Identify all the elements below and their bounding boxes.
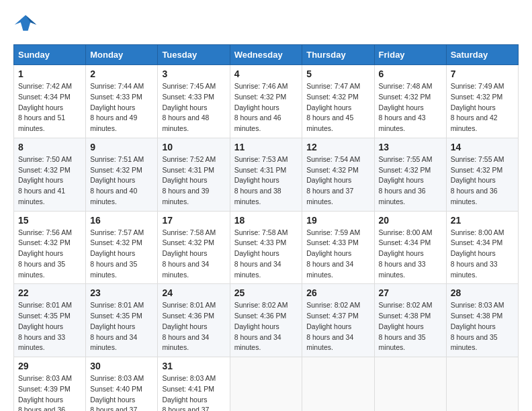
day-number: 26 [306, 287, 369, 298]
weekday-header-saturday: Saturday [446, 45, 518, 65]
day-info: Sunrise: 8:03 AM Sunset: 4:41 PM Dayligh… [162, 373, 225, 411]
day-info: Sunrise: 7:58 AM Sunset: 4:32 PM Dayligh… [162, 228, 225, 281]
day-number: 27 [379, 287, 442, 298]
day-number: 16 [90, 215, 153, 226]
day-info: Sunrise: 7:45 AM Sunset: 4:33 PM Dayligh… [162, 81, 225, 134]
day-info: Sunrise: 7:51 AM Sunset: 4:32 PM Dayligh… [90, 154, 153, 208]
day-number: 8 [18, 142, 81, 152]
day-number: 24 [162, 287, 225, 298]
calendar-cell [374, 357, 446, 412]
day-info: Sunrise: 7:48 AM Sunset: 4:32 PM Dayligh… [379, 81, 442, 134]
logo-icon [13, 13, 38, 34]
day-number: 5 [306, 68, 369, 79]
calendar-cell: 20 Sunrise: 8:00 AM Sunset: 4:34 PM Dayl… [374, 211, 446, 284]
day-number: 17 [162, 215, 225, 226]
calendar-cell [302, 357, 374, 412]
day-number: 1 [18, 68, 81, 79]
day-number: 22 [18, 287, 81, 298]
calendar-cell: 21 Sunrise: 8:00 AM Sunset: 4:34 PM Dayl… [446, 211, 518, 284]
calendar-cell: 23 Sunrise: 8:01 AM Sunset: 4:35 PM Dayl… [86, 284, 158, 357]
logo [13, 13, 42, 34]
day-info: Sunrise: 8:03 AM Sunset: 4:39 PM Dayligh… [18, 373, 81, 411]
calendar-cell [230, 357, 302, 412]
calendar-cell: 30 Sunrise: 8:03 AM Sunset: 4:40 PM Dayl… [86, 357, 158, 412]
calendar-cell: 28 Sunrise: 8:03 AM Sunset: 4:38 PM Dayl… [446, 284, 518, 357]
calendar-cell: 25 Sunrise: 8:02 AM Sunset: 4:36 PM Dayl… [230, 284, 302, 357]
day-number: 19 [306, 215, 369, 226]
day-info: Sunrise: 8:00 AM Sunset: 4:34 PM Dayligh… [379, 228, 442, 281]
day-number: 6 [379, 68, 442, 79]
day-number: 9 [90, 142, 153, 152]
calendar-cell: 18 Sunrise: 7:58 AM Sunset: 4:33 PM Dayl… [230, 211, 302, 284]
calendar-cell: 9 Sunrise: 7:51 AM Sunset: 4:32 PM Dayli… [86, 138, 158, 211]
day-info: Sunrise: 7:59 AM Sunset: 4:33 PM Dayligh… [306, 228, 369, 281]
calendar-cell: 6 Sunrise: 7:48 AM Sunset: 4:32 PM Dayli… [374, 65, 446, 138]
weekday-header-tuesday: Tuesday [158, 45, 230, 65]
day-number: 31 [162, 361, 225, 371]
calendar-cell: 13 Sunrise: 7:55 AM Sunset: 4:32 PM Dayl… [374, 138, 446, 211]
day-info: Sunrise: 7:44 AM Sunset: 4:33 PM Dayligh… [90, 81, 153, 134]
day-info: Sunrise: 7:55 AM Sunset: 4:32 PM Dayligh… [379, 154, 442, 208]
day-number: 13 [379, 142, 442, 152]
day-number: 21 [451, 215, 514, 226]
day-number: 23 [90, 287, 153, 298]
calendar-cell: 31 Sunrise: 8:03 AM Sunset: 4:41 PM Dayl… [158, 357, 230, 412]
day-number: 20 [379, 215, 442, 226]
day-info: Sunrise: 8:01 AM Sunset: 4:36 PM Dayligh… [162, 300, 225, 353]
day-info: Sunrise: 8:01 AM Sunset: 4:35 PM Dayligh… [18, 300, 81, 353]
day-number: 2 [90, 68, 153, 79]
day-number: 14 [451, 142, 514, 152]
calendar-cell: 29 Sunrise: 8:03 AM Sunset: 4:39 PM Dayl… [14, 357, 86, 412]
calendar-cell: 5 Sunrise: 7:47 AM Sunset: 4:32 PM Dayli… [302, 65, 374, 138]
calendar-cell: 19 Sunrise: 7:59 AM Sunset: 4:33 PM Dayl… [302, 211, 374, 284]
calendar-cell: 17 Sunrise: 7:58 AM Sunset: 4:32 PM Dayl… [158, 211, 230, 284]
day-info: Sunrise: 8:00 AM Sunset: 4:34 PM Dayligh… [451, 228, 514, 281]
day-info: Sunrise: 7:50 AM Sunset: 4:32 PM Dayligh… [18, 154, 81, 208]
calendar-cell: 2 Sunrise: 7:44 AM Sunset: 4:33 PM Dayli… [86, 65, 158, 138]
day-number: 7 [451, 68, 514, 79]
day-info: Sunrise: 8:02 AM Sunset: 4:38 PM Dayligh… [379, 300, 442, 353]
calendar-cell: 12 Sunrise: 7:54 AM Sunset: 4:32 PM Dayl… [302, 138, 374, 211]
day-info: Sunrise: 7:53 AM Sunset: 4:31 PM Dayligh… [234, 154, 298, 208]
day-number: 30 [90, 361, 153, 371]
calendar-cell: 1 Sunrise: 7:42 AM Sunset: 4:34 PM Dayli… [14, 65, 86, 138]
day-number: 29 [18, 361, 81, 371]
calendar-cell: 14 Sunrise: 7:55 AM Sunset: 4:32 PM Dayl… [446, 138, 518, 211]
calendar-cell: 16 Sunrise: 7:57 AM Sunset: 4:32 PM Dayl… [86, 211, 158, 284]
weekday-header-thursday: Thursday [302, 45, 374, 65]
calendar-cell: 27 Sunrise: 8:02 AM Sunset: 4:38 PM Dayl… [374, 284, 446, 357]
day-info: Sunrise: 8:03 AM Sunset: 4:40 PM Dayligh… [90, 373, 153, 411]
calendar-cell [446, 357, 518, 412]
calendar-cell: 3 Sunrise: 7:45 AM Sunset: 4:33 PM Dayli… [158, 65, 230, 138]
day-number: 3 [162, 68, 225, 79]
day-number: 12 [306, 142, 369, 152]
day-info: Sunrise: 7:52 AM Sunset: 4:31 PM Dayligh… [162, 154, 225, 208]
calendar-cell: 26 Sunrise: 8:02 AM Sunset: 4:37 PM Dayl… [302, 284, 374, 357]
weekday-header-sunday: Sunday [14, 45, 86, 65]
day-info: Sunrise: 7:58 AM Sunset: 4:33 PM Dayligh… [234, 228, 298, 281]
day-info: Sunrise: 8:03 AM Sunset: 4:38 PM Dayligh… [451, 300, 514, 353]
page-header [13, 13, 519, 34]
day-info: Sunrise: 7:47 AM Sunset: 4:32 PM Dayligh… [306, 81, 369, 134]
day-number: 4 [234, 68, 298, 79]
day-info: Sunrise: 7:56 AM Sunset: 4:32 PM Dayligh… [18, 228, 81, 281]
weekday-header-friday: Friday [374, 45, 446, 65]
day-info: Sunrise: 8:01 AM Sunset: 4:35 PM Dayligh… [90, 300, 153, 353]
day-info: Sunrise: 7:46 AM Sunset: 4:32 PM Dayligh… [234, 81, 298, 134]
weekday-header-monday: Monday [86, 45, 158, 65]
day-info: Sunrise: 8:02 AM Sunset: 4:36 PM Dayligh… [234, 300, 298, 353]
calendar-cell: 8 Sunrise: 7:50 AM Sunset: 4:32 PM Dayli… [14, 138, 86, 211]
calendar-cell: 24 Sunrise: 8:01 AM Sunset: 4:36 PM Dayl… [158, 284, 230, 357]
day-info: Sunrise: 7:49 AM Sunset: 4:32 PM Dayligh… [451, 81, 514, 134]
day-number: 25 [234, 287, 298, 298]
weekday-header-wednesday: Wednesday [230, 45, 302, 65]
calendar-cell: 7 Sunrise: 7:49 AM Sunset: 4:32 PM Dayli… [446, 65, 518, 138]
day-number: 18 [234, 215, 298, 226]
day-number: 15 [18, 215, 81, 226]
calendar-cell: 22 Sunrise: 8:01 AM Sunset: 4:35 PM Dayl… [14, 284, 86, 357]
day-info: Sunrise: 7:42 AM Sunset: 4:34 PM Dayligh… [18, 81, 81, 134]
calendar-cell: 10 Sunrise: 7:52 AM Sunset: 4:31 PM Dayl… [158, 138, 230, 211]
calendar-table: SundayMondayTuesdayWednesdayThursdayFrid… [13, 44, 519, 411]
day-number: 10 [162, 142, 225, 152]
calendar-cell: 15 Sunrise: 7:56 AM Sunset: 4:32 PM Dayl… [14, 211, 86, 284]
